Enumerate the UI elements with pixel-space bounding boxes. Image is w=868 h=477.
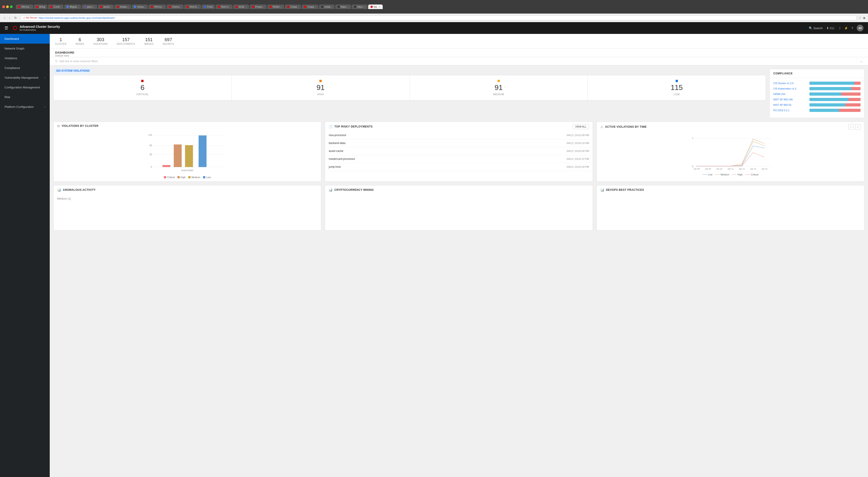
search-label: Search [813, 26, 823, 30]
legend-line-icon [732, 173, 737, 176]
browser-tab[interactable]: Confi... [48, 4, 64, 9]
sidebar-item-network-graph[interactable]: Network Graph [0, 43, 50, 53]
browser-tab[interactable]: RHAC... [267, 4, 284, 9]
legend-label: Medium [191, 176, 200, 179]
top-navigation: ☰ ⬡ Advanced Cluster Security for Kubern… [0, 22, 868, 34]
theme-toggle[interactable]: ☽ [838, 26, 841, 30]
activity-button[interactable]: ⚡ [844, 26, 848, 30]
sidebar-item-label: Violations [4, 57, 17, 60]
back-button[interactable]: ‹ [3, 16, 6, 20]
compliance-item-name[interactable]: CIS Kubernetes v1.5 [773, 87, 807, 90]
violations-badge[interactable]: 303 SYSTEM VIOLATIONS [53, 68, 92, 73]
deployment-row[interactable]: jump-host 04/12 | 10:01:54 PM [325, 163, 592, 171]
deployment-name: backend-atlas [329, 142, 346, 145]
browser-tab[interactable]: Da✕ [368, 4, 383, 9]
sidebar-item-dashboard[interactable]: Dashboard [0, 34, 50, 43]
violations-by-cluster-header: ⊟ VIOLATIONS BY CLUSTER [54, 122, 321, 130]
compliance-bar-pass [809, 87, 851, 90]
hamburger-menu[interactable]: ☰ [4, 26, 8, 31]
compliance-bar-track [809, 92, 861, 96]
security-badge: ⚠ Not Secure [23, 17, 37, 19]
deployment-row[interactable]: asset-cache 04/12 | 10:02:50 PM [325, 147, 592, 155]
compliance-bar-track [809, 109, 861, 112]
metric-card-medium[interactable]: 91 MEDIUM [410, 75, 588, 100]
bar-chart-icon: 📊 [600, 188, 604, 192]
legend-line-icon [745, 173, 750, 176]
bookmark-icon[interactable]: ☆ [859, 16, 861, 20]
browser-tab[interactable]: Red H... [216, 4, 232, 9]
compliance-item-name[interactable]: HIPAA 164 [773, 93, 807, 95]
search-button[interactable]: 🔍 Search [809, 26, 823, 30]
close-window-button[interactable] [2, 5, 5, 8]
view-all-button[interactable]: VIEW ALL [573, 124, 589, 129]
svg-rect-9 [174, 145, 182, 167]
deployment-name: asset-cache [329, 149, 343, 153]
svg-text:Apr 14: Apr 14 [761, 168, 767, 170]
time-legend-item: Low [703, 173, 712, 176]
stat-num-violations: 303 [93, 37, 107, 42]
deployment-row[interactable]: backend-atlas 04/12 | 10:02:19 PM [325, 139, 592, 147]
active-violations-time-title-row: ⚠ ACTIVE VIOLATIONS BY TIME [600, 125, 647, 129]
metric-indicator-critical [141, 80, 144, 82]
compliance-item-name[interactable]: PCI DSS 3.2.1 [773, 109, 807, 112]
stat-label-violations: VIOLATIONS [93, 43, 107, 45]
deployment-row[interactable]: visa-processor 04/12 | 10:01:09 PM [325, 131, 592, 139]
minimize-window-button[interactable] [6, 5, 9, 8]
forward-button[interactable]: › [8, 16, 12, 20]
browser-tab[interactable]: Instan... [114, 4, 131, 9]
browser-tab[interactable]: Overvi... [166, 4, 184, 9]
browser-tab[interactable]: Migrat... [64, 4, 81, 9]
sidebar-item-configuration-management[interactable]: Configuration Management [0, 83, 50, 92]
browser-tab[interactable]: Bring [34, 4, 48, 9]
help-button[interactable]: ? [851, 26, 853, 30]
user-avatar[interactable]: ad [857, 25, 864, 31]
reload-button[interactable]: ↻ [13, 16, 18, 20]
sidebar-item-vulnerability-management[interactable]: Vulnerability Management› [0, 73, 50, 83]
chart-legend: CriticalHighMediumLow [57, 176, 317, 179]
browser-tab[interactable]: Virtua... [131, 4, 148, 9]
browser-tab[interactable]: Chapt... [285, 4, 301, 9]
sidebar-item-violations[interactable]: Violations [0, 53, 50, 63]
browser-tab[interactable]: https:... [352, 4, 368, 9]
metric-card-high[interactable]: 91 HIGH [232, 75, 410, 100]
browser-tab[interactable]: gist:c... [82, 4, 97, 9]
filter-bar[interactable]: ▽ Add one or more resource filters ⌄ [50, 57, 868, 65]
browser-tab[interactable]: Chapt... [302, 4, 318, 9]
next-arrow-button[interactable]: › [855, 124, 861, 129]
profile-icon[interactable]: ◉ [863, 16, 865, 20]
browser-tab[interactable]: VM ins... [149, 4, 166, 9]
bottom-card-title: ANOMALOUS ACTIVITY [63, 188, 96, 191]
browser-tab[interactable]: ams3... [98, 4, 114, 9]
compliance-bar-fail [851, 87, 861, 90]
browser-tab[interactable]: Pods [202, 4, 215, 9]
url-display: https://central-stackrox.apps.sydney.kin… [38, 17, 114, 19]
maximize-window-button[interactable] [10, 5, 13, 8]
metric-card-low[interactable]: 115 LOW [588, 75, 766, 100]
bottom-widget-cryptocurrency-mining: 📊 CRYPTOCURRENCY MINING [325, 185, 593, 230]
browser-tab[interactable]: VM ins... [16, 4, 33, 9]
prev-arrow-button[interactable]: ‹ [848, 124, 854, 129]
address-bar[interactable]: ⚠ Not Secure https://central-stackrox.ap… [21, 16, 857, 20]
tab-close-icon[interactable]: ✕ [379, 6, 380, 8]
browser-tab[interactable]: ACM ... [233, 4, 249, 9]
legend-label: Low [206, 176, 211, 179]
sidebar-item-label: Platform Configuration [4, 105, 34, 109]
legend-label: Critical [167, 176, 175, 179]
sidebar-item-compliance[interactable]: Compliance [0, 63, 50, 73]
metric-card-critical[interactable]: 6 CRITICAL [54, 75, 231, 100]
browser-tab[interactable]: Projec... [250, 4, 267, 9]
metric-num-high: 91 [235, 84, 406, 91]
deployment-row[interactable]: mastercard-processor 04/12 | 10:01:12 PM [325, 155, 592, 163]
sidebar-item-risk[interactable]: Risk [0, 92, 50, 102]
browser-tab[interactable]: https:... [335, 4, 351, 9]
compliance-item-name[interactable]: NIST SP 800-53 [773, 103, 807, 106]
browser-tab[interactable]: Red H... [184, 4, 201, 9]
legend-dot [203, 176, 205, 178]
cli-button[interactable]: ⬇ CLI [827, 26, 834, 30]
sidebar-item-platform-configuration[interactable]: Platform Configuration› [0, 102, 50, 112]
browser-tab[interactable]: instal... [319, 4, 335, 9]
svg-rect-10 [185, 145, 193, 167]
help-icon: ? [851, 26, 853, 30]
compliance-item-name[interactable]: CIS Docker v1.2.0 [773, 82, 807, 85]
compliance-item-name[interactable]: NIST SP 800-190 [773, 98, 807, 101]
